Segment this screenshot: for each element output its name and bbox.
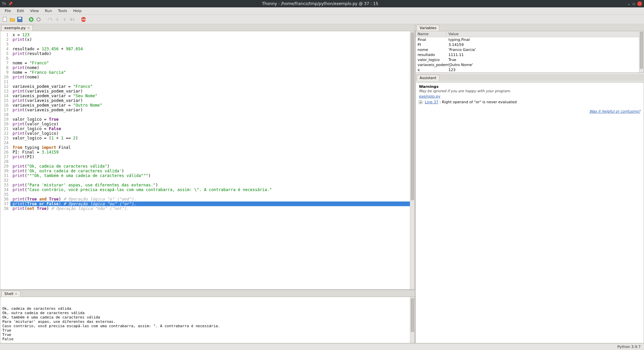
assistant-line-link[interactable]: Line 37 [425, 100, 438, 104]
line-number: 18 [4, 112, 8, 117]
code-line[interactable]: print(not True) # Operação lógica "não" … [12, 206, 413, 211]
code-line[interactable]: print(x) [12, 37, 413, 42]
code-area[interactable]: x = 123print(x) resultado = 123.456 + 98… [10, 31, 415, 212]
code-line[interactable] [12, 112, 413, 117]
assistant-tab[interactable]: Assistant [417, 75, 439, 81]
assistant-helpful-link[interactable]: Was it helpful or confusing? [589, 109, 640, 114]
close-window-icon[interactable] [637, 1, 642, 6]
line-number: 7 [4, 61, 8, 65]
file-tab[interactable]: exemplo.py × [1, 25, 33, 31]
code-line[interactable] [12, 42, 413, 47]
code-line[interactable]: variaveis_podem_variar = "Franco" [12, 84, 413, 89]
code-line[interactable]: nome = "Franco" [12, 61, 413, 65]
variable-row[interactable]: variaveis_podem_'Outro Nome' [416, 62, 644, 67]
line-number: 22 [4, 131, 8, 136]
variable-row[interactable]: resultado1111.11 [416, 52, 644, 57]
titlebar: Th 📌 Thonny - /home/franco/tmp/python/ex… [0, 0, 644, 7]
code-line[interactable]: print(valor_logico) [12, 131, 413, 136]
variables-col-value[interactable]: Value [446, 31, 644, 37]
step-over-icon[interactable] [47, 16, 53, 22]
code-line[interactable] [12, 192, 413, 197]
pin-icon[interactable]: 📌 [8, 2, 13, 6]
current-line[interactable]: print(True or False) # Operação lógica "… [10, 201, 413, 206]
code-line[interactable]: print('Ok, outra cadeia de caracteres vá… [12, 169, 413, 173]
variable-row[interactable]: valor_logicoTrue [416, 57, 644, 62]
maximize-icon[interactable]: ◇ [633, 2, 635, 6]
code-line[interactable]: from typing import Final [12, 145, 413, 150]
code-line[interactable]: print("Para 'misturar' aspas, use difere… [12, 183, 413, 187]
assistant-message: + Line 37 : Right operand of "or" is nev… [419, 100, 640, 104]
step-out-icon[interactable] [62, 16, 68, 22]
line-number: 19 [4, 117, 8, 122]
run-icon[interactable] [28, 16, 34, 22]
close-shell-icon[interactable]: × [15, 292, 17, 296]
code-line[interactable]: print(nome) [12, 65, 413, 70]
code-line[interactable] [12, 79, 413, 84]
code-line[interactable]: print("Ok, cadeia de caracteres válida") [12, 164, 413, 169]
shell-scrollbar[interactable] [410, 297, 415, 343]
new-file-icon[interactable] [2, 16, 8, 22]
assistant-file-link[interactable]: exemplo.py [419, 94, 440, 99]
code-line[interactable]: print(variaveis_podem_variar) [12, 98, 413, 103]
variable-value: 'Outro Nome' [446, 62, 644, 67]
variables-scrollbar[interactable] [639, 31, 644, 72]
code-line[interactable]: print(PI) [12, 155, 413, 159]
minimize-icon[interactable]: ⌄ [627, 2, 630, 6]
line-number: 32 [4, 178, 8, 183]
step-into-icon[interactable] [54, 16, 60, 22]
shell-line: Para 'misturar' aspas, use diferentes da… [2, 319, 413, 324]
line-number: 12 [4, 84, 8, 89]
variable-row[interactable]: Finaltyping.Final [416, 37, 644, 42]
menu-view[interactable]: View [28, 8, 42, 14]
code-line[interactable]: valor_logico = True [12, 117, 413, 122]
menu-tools[interactable]: Tools [55, 8, 70, 14]
code-editor[interactable]: 1234567891011121314151617181920212223242… [0, 31, 415, 290]
code-line[interactable]: PI: Final = 3.14159 [12, 150, 413, 155]
code-line[interactable]: nome = "Franco Garcia" [12, 70, 413, 75]
variable-row[interactable]: PI3.14159 [416, 42, 644, 47]
code-line[interactable]: print(valor_logico) [12, 122, 413, 126]
code-line[interactable]: print(variaveis_podem_variar) [12, 108, 413, 112]
assistant-message-text: : Right operand of "or" is never evaluat… [438, 100, 517, 104]
line-number: 4 [4, 47, 8, 51]
code-line[interactable]: print(variaveis_podem_variar) [12, 89, 413, 94]
line-number: 33 [4, 183, 8, 187]
code-line[interactable]: valor_logico = (1 + 1 == 2) [12, 136, 413, 140]
code-line[interactable]: valor_logico = False [12, 126, 413, 131]
code-line[interactable] [12, 140, 413, 145]
line-gutter: 1234567891011121314151617181920212223242… [0, 31, 10, 212]
close-tab-icon[interactable]: × [27, 26, 30, 30]
save-file-icon[interactable] [17, 16, 23, 22]
code-line[interactable]: print("""Ok, também é uma cadeia de cara… [12, 173, 413, 178]
resume-icon[interactable] [69, 16, 75, 22]
variables-tab[interactable]: Variables [417, 25, 439, 31]
code-line[interactable]: variaveis_podem_variar = "Outro Nome" [12, 103, 413, 108]
variable-row[interactable]: nome'Franco Garcia' [416, 47, 644, 52]
debug-icon[interactable] [36, 16, 42, 22]
svg-rect-2 [18, 17, 21, 19]
stop-icon[interactable]: STOP [80, 16, 87, 22]
code-line[interactable] [12, 159, 413, 164]
code-line[interactable]: x = 123 [12, 33, 413, 37]
shell-tab[interactable]: Shell × [1, 291, 20, 297]
open-file-icon[interactable] [9, 16, 15, 22]
variable-row[interactable]: x123 [416, 67, 644, 72]
code-line[interactable]: print(nome) [12, 75, 413, 79]
menu-edit[interactable]: Edit [14, 8, 26, 14]
menu-file[interactable]: File [2, 8, 13, 14]
code-line[interactable]: resultado = 123.456 + 987.654 [12, 47, 413, 51]
code-line[interactable] [12, 178, 413, 183]
menu-run[interactable]: Run [42, 8, 55, 14]
code-line[interactable]: variaveis_podem_variar = "Seu Nome" [12, 94, 413, 98]
menu-help[interactable]: Help [70, 8, 84, 14]
shell-output[interactable]: Ok, cadeia de caracteres válidaOk, outra… [0, 297, 415, 343]
variables-col-name[interactable]: Name [416, 31, 446, 37]
line-number: 13 [4, 89, 8, 94]
expand-icon[interactable]: + [419, 101, 422, 104]
code-line[interactable]: print(True and True) # Operação lógica "… [12, 197, 413, 201]
code-line[interactable]: print(resultado) [12, 51, 413, 56]
line-number: 9 [4, 70, 8, 75]
editor-scrollbar[interactable] [410, 31, 415, 289]
code-line[interactable]: print("Caso contrário, você precisa esca… [12, 187, 413, 192]
code-line[interactable] [12, 56, 413, 61]
